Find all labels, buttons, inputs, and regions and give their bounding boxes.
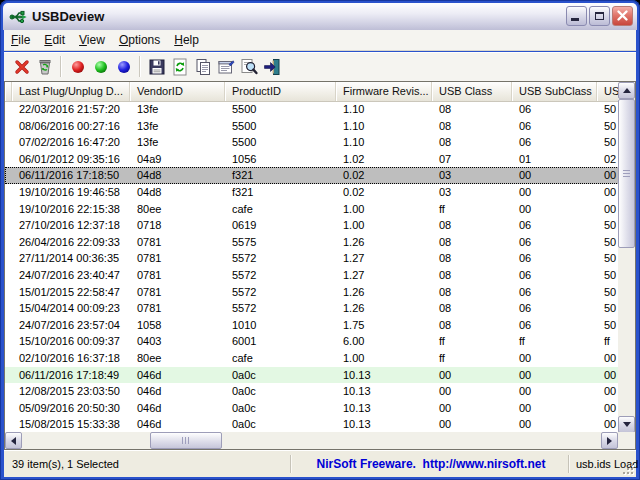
cell: 1010: [225, 317, 336, 334]
arrow-down-icon: [623, 422, 631, 427]
cell: 15/08/2015 15:33:38: [12, 416, 130, 432]
table-row[interactable]: 19/10/2016 19:46:5804d8f3210.02030000: [5, 184, 635, 201]
cell: 19/10/2016 19:46:58: [12, 184, 130, 201]
menu-item-options[interactable]: Options: [112, 31, 167, 49]
cell: 05/09/2016 20:50:30: [12, 400, 130, 417]
minimize-button[interactable]: [566, 6, 587, 26]
scroll-up-button[interactable]: [618, 82, 635, 99]
table-row[interactable]: 06/01/2012 09:35:1604a910561.02070102: [5, 151, 635, 168]
cell: 06: [512, 300, 597, 317]
cell: 00: [512, 167, 597, 184]
exit-button[interactable]: [260, 55, 283, 79]
cell: 08/06/2016 00:27:16: [12, 118, 130, 135]
table-row[interactable]: 02/10/2016 16:37:1880eecafe1.00ff0000: [5, 350, 635, 367]
horizontal-scrollbar[interactable]: [5, 432, 618, 449]
column-header[interactable]: ProductID: [225, 82, 336, 101]
table-row[interactable]: 05/09/2016 20:50:30046d0a0c10.13000000: [5, 400, 635, 417]
cell: 08: [432, 300, 512, 317]
table-row[interactable]: 06/11/2016 17:18:5004d8f3210.02030000: [5, 167, 635, 184]
resize-grip-icon[interactable]: [623, 464, 633, 474]
scroll-right-button[interactable]: [601, 432, 618, 449]
find-button[interactable]: [237, 55, 260, 79]
cell: 1.27: [336, 267, 432, 284]
cell: ff: [432, 201, 512, 218]
scrollbar-corner: [618, 432, 635, 449]
table-row[interactable]: 27/11/2014 00:36:35078155721.27080650: [5, 250, 635, 267]
cell: 0781: [130, 300, 225, 317]
table-row[interactable]: 24/07/2016 23:40:47078155721.27080650: [5, 267, 635, 284]
title-bar[interactable]: USBDeview: [3, 3, 637, 30]
copy-button[interactable]: [191, 55, 214, 79]
v-scroll-thumb[interactable]: [618, 99, 635, 248]
delete-button[interactable]: [10, 55, 33, 79]
table-row[interactable]: 24/07/2016 23:57:04105810101.75080650: [5, 317, 635, 334]
cell: 19/10/2016 22:15:38: [12, 201, 130, 218]
blue-ball-button[interactable]: [112, 55, 135, 79]
column-header[interactable]: VendorID: [130, 82, 225, 101]
table-row[interactable]: 27/10/2016 12:37:18071806191.00080650: [5, 217, 635, 234]
cell: ff: [432, 333, 512, 350]
menu-item-edit[interactable]: Edit: [37, 31, 72, 49]
table-row[interactable]: 19/10/2016 22:15:3880eecafe1.00ff0000: [5, 201, 635, 218]
close-button[interactable]: [612, 6, 633, 26]
cell: 10.13: [336, 400, 432, 417]
cell: 1.75: [336, 317, 432, 334]
table-row[interactable]: 07/02/2016 16:47:2013fe55001.10080650: [5, 134, 635, 151]
cell: 0403: [130, 333, 225, 350]
cell: 80ee: [130, 350, 225, 367]
cell: 00: [512, 367, 597, 384]
column-header[interactable]: USB SubClass: [512, 82, 597, 101]
uninstall-button[interactable]: [33, 55, 56, 79]
column-header[interactable]: Firmware Revis...: [336, 82, 432, 101]
table-row[interactable]: 08/06/2016 00:27:1613fe55001.10080650: [5, 118, 635, 135]
scroll-down-button[interactable]: [618, 416, 635, 433]
cell: 15/01/2015 22:58:47: [12, 284, 130, 301]
floppy-save-icon: [148, 58, 166, 76]
cell: 1056: [225, 151, 336, 168]
table-row[interactable]: 06/11/2016 17:18:49046d0a0c10.13000000: [5, 367, 635, 384]
cell: 046d: [130, 383, 225, 400]
copy-icon: [194, 58, 212, 76]
cell: 0a0c: [225, 416, 336, 432]
toolbar-separator: [60, 56, 62, 77]
column-header[interactable]: Last Plug/Unplug D...: [12, 82, 130, 101]
table-row[interactable]: 15/08/2015 15:33:38046d0a0c10.13000000: [5, 416, 635, 432]
cell: f321: [225, 184, 336, 201]
table-row[interactable]: 22/03/2016 21:57:2013fe55001.10080650: [5, 101, 635, 118]
cell: 0a0c: [225, 367, 336, 384]
delete-x-icon: [13, 58, 31, 76]
properties-button[interactable]: [214, 55, 237, 79]
save-button[interactable]: [145, 55, 168, 79]
cell: 08: [432, 118, 512, 135]
red-ball-button[interactable]: [66, 55, 89, 79]
table-row[interactable]: 26/04/2016 22:09:33078155751.26080650: [5, 234, 635, 251]
vertical-scrollbar[interactable]: [618, 82, 635, 433]
row-spacer: [5, 300, 12, 317]
h-scroll-thumb[interactable]: [150, 432, 222, 449]
cell: 13fe: [130, 101, 225, 118]
usbdeview-window: USBDeview File Edit View Options Help: [0, 0, 640, 480]
cell: 0619: [225, 217, 336, 234]
table-row[interactable]: 15/10/2016 00:09:37040360016.00ffffff: [5, 333, 635, 350]
menu-item-help[interactable]: Help: [167, 31, 206, 49]
row-spacer: [5, 250, 12, 267]
cell: 26/04/2016 22:09:33: [12, 234, 130, 251]
status-bar: 39 item(s), 1 Selected NirSoft Freeware.…: [4, 450, 636, 477]
green-ball-button[interactable]: [89, 55, 112, 79]
cell: 10.13: [336, 416, 432, 432]
refresh-button[interactable]: [168, 55, 191, 79]
table-row[interactable]: 15/01/2015 22:58:47078155721.26080650: [5, 284, 635, 301]
menu-item-file[interactable]: File: [4, 31, 37, 49]
column-header[interactable]: USB Class: [432, 82, 512, 101]
table-row[interactable]: 12/08/2015 23:03:50046d0a0c10.13000000: [5, 383, 635, 400]
cell: 08: [432, 134, 512, 151]
scroll-left-button[interactable]: [5, 432, 22, 449]
cell: 6.00: [336, 333, 432, 350]
menu-item-view[interactable]: View: [72, 31, 112, 49]
table-row[interactable]: 15/04/2014 00:09:23078155721.26080650: [5, 300, 635, 317]
cell: cafe: [225, 201, 336, 218]
maximize-button[interactable]: [589, 6, 610, 26]
cell: 06: [512, 217, 597, 234]
cell: 13fe: [130, 118, 225, 135]
cell: 22/03/2016 21:57:20: [12, 101, 130, 118]
